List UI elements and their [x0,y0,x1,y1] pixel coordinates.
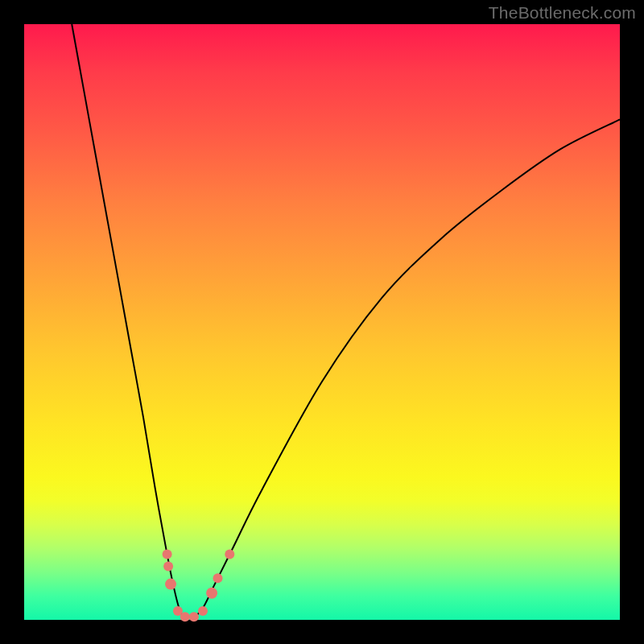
bottleneck-marker [198,606,208,616]
bottleneck-marker [165,579,176,590]
watermark-text: TheBottleneck.com [489,3,636,23]
bottleneck-marker [180,612,190,621]
bottleneck-marker [206,588,217,599]
bottleneck-marker [163,550,172,559]
bottleneck-marker [213,573,223,583]
bottleneck-curve [72,24,620,621]
bottleneck-chart-svg [24,24,620,620]
chart-plot-area [24,24,620,620]
bottleneck-marker [189,612,199,621]
bottleneck-markers [163,550,235,622]
bottleneck-marker [163,561,173,571]
bottleneck-marker [225,550,234,559]
